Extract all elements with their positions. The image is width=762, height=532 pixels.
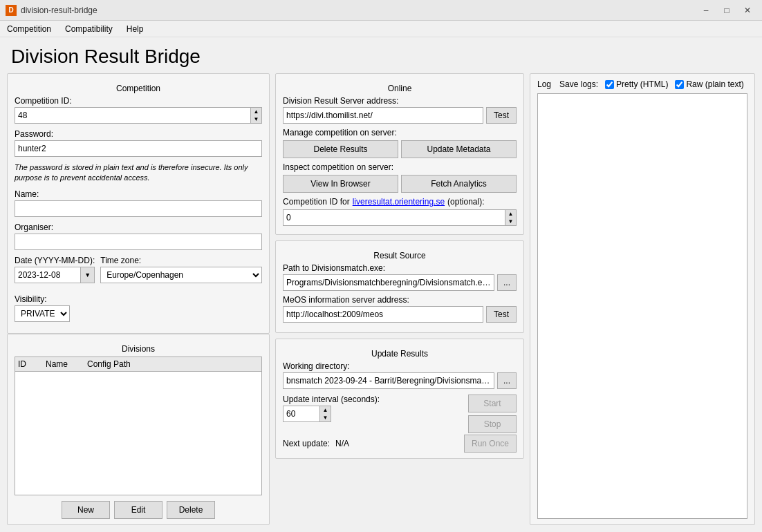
working-dir-row: ... — [283, 372, 517, 389]
organiser-input[interactable] — [15, 234, 262, 250]
interval-down[interactable]: ▼ — [320, 414, 331, 421]
maximize-button[interactable]: □ — [718, 3, 736, 17]
liveresultat-id-input[interactable] — [284, 210, 505, 225]
divisions-section-title: Divisions — [15, 340, 262, 357]
working-dir-browse-button[interactable]: ... — [497, 372, 517, 389]
password-warning: The password is stored in plain text and… — [15, 162, 262, 184]
divisionsmatch-label: Path to Divisionsmatch.exe: — [283, 263, 517, 273]
visibility-select[interactable]: PRIVATE PUBLIC — [15, 305, 70, 322]
pretty-html-label: Pretty (HTML) — [616, 79, 668, 89]
online-section-title: Online — [283, 79, 517, 96]
fetch-analytics-button[interactable]: Fetch Analytics — [401, 175, 517, 193]
password-input[interactable] — [15, 140, 262, 157]
inspect-buttons-row: View In Browser Fetch Analytics — [283, 175, 517, 193]
timezone-select[interactable]: Europe/Copenhagen Europe/London America/… — [100, 267, 262, 283]
app-title: Division Result Bridge — [0, 37, 762, 73]
liveresultat-label: Competition ID for — [283, 197, 350, 207]
view-in-browser-button[interactable]: View In Browser — [283, 175, 398, 193]
interval-group: Update interval (seconds): ▲ ▼ — [283, 395, 463, 422]
meos-address-input[interactable] — [283, 306, 483, 323]
save-logs-text: Save logs: — [559, 79, 598, 89]
title-bar: D division-result-bridge – □ ✕ — [0, 0, 762, 21]
server-address-label: Division Result Server address: — [283, 96, 517, 106]
middle-panel: Online Division Result Server address: T… — [275, 73, 524, 525]
result-source-title: Result Source — [283, 247, 517, 263]
interval-up[interactable]: ▲ — [320, 406, 331, 414]
interval-label: Update interval (seconds): — [283, 395, 463, 404]
meos-test-button[interactable]: Test — [486, 306, 517, 323]
raw-plain-checkbox[interactable] — [675, 80, 684, 89]
competition-id-input[interactable] — [15, 108, 250, 123]
liveresultat-row: Competition ID for liveresultat.orienter… — [283, 197, 517, 207]
timezone-group: Time zone: Europe/Copenhagen Europe/Lond… — [100, 256, 262, 283]
col-config: Config Path — [87, 359, 259, 369]
date-input[interactable] — [15, 267, 80, 283]
server-address-input[interactable] — [283, 107, 483, 124]
run-once-button[interactable]: Run Once — [464, 435, 517, 453]
next-update-value: N/A — [335, 439, 349, 448]
menu-help[interactable]: Help — [120, 23, 151, 35]
liveresultat-id-wrapper: ▲ ▼ — [283, 209, 517, 226]
interval-input[interactable] — [284, 406, 319, 421]
manage-label: Manage competition on server: — [283, 128, 517, 137]
pretty-html-option[interactable]: Pretty (HTML) — [605, 79, 668, 89]
meos-addr-row: Test — [283, 306, 517, 323]
liveresultat-link[interactable]: liveresultat.orientering.se — [353, 197, 445, 207]
liveresultat-id-up[interactable]: ▲ — [505, 210, 516, 218]
window-controls: – □ ✕ — [697, 3, 756, 17]
update-metadata-button[interactable]: Update Metadata — [401, 140, 517, 158]
competition-id-down[interactable]: ▼ — [251, 115, 261, 123]
window-title: division-result-bridge — [21, 6, 97, 15]
competition-id-input-wrapper: ▲ ▼ — [15, 107, 262, 124]
visibility-group: Visibility: PRIVATE PUBLIC — [15, 294, 262, 322]
log-header: Log Save logs: Pretty (HTML) Raw (plain … — [537, 79, 747, 89]
liveresultat-id-down[interactable]: ▼ — [505, 218, 516, 225]
competition-section: Competition Competition ID: ▲ ▼ Password… — [7, 73, 270, 334]
name-input[interactable] — [15, 200, 262, 217]
menu-compatibility[interactable]: Compatibility — [58, 23, 120, 35]
new-division-button[interactable]: New — [62, 501, 110, 519]
date-input-wrapper: ▼ — [15, 267, 95, 283]
name-group: Name: — [15, 189, 262, 217]
liveresultat-optional: (optional): — [447, 197, 484, 207]
divisions-table-header: ID Name Config Path — [15, 357, 261, 372]
log-textarea[interactable] — [537, 93, 747, 519]
password-group: Password: — [15, 129, 262, 157]
stop-button[interactable]: Stop — [468, 415, 517, 433]
competition-id-up[interactable]: ▲ — [251, 108, 261, 115]
working-dir-label: Working directory: — [283, 361, 517, 371]
date-timezone-row: Date (YYYY-MM-DD): ▼ Time zone: Europe/C… — [15, 256, 262, 289]
log-title: Log — [537, 79, 551, 89]
interval-spinners: ▲ ▼ — [319, 406, 331, 421]
divisionsmatch-path-row: ... — [283, 274, 517, 291]
date-dropdown-btn[interactable]: ▼ — [80, 267, 94, 283]
divisionsmatch-path-input[interactable] — [283, 274, 494, 291]
name-label: Name: — [15, 189, 262, 199]
liveresultat-spinners: ▲ ▼ — [505, 210, 516, 225]
menu-bar: Competition Compatibility Help — [0, 21, 762, 37]
col-id: ID — [18, 359, 46, 369]
divisionsmatch-browse-button[interactable]: ... — [497, 274, 517, 291]
interval-input-wrapper: ▲ ▼ — [283, 406, 331, 422]
update-results-title: Update Results — [283, 345, 517, 361]
working-dir-input[interactable] — [283, 372, 494, 389]
delete-division-button[interactable]: Delete — [167, 501, 215, 519]
update-results-section: Update Results Working directory: ... Up… — [275, 339, 524, 459]
raw-plain-option[interactable]: Raw (plain text) — [675, 79, 743, 89]
start-button[interactable]: Start — [468, 395, 517, 412]
delete-results-button[interactable]: Delete Results — [283, 140, 398, 158]
left-panel: Competition Competition ID: ▲ ▼ Password… — [7, 73, 270, 525]
log-options: Save logs: Pretty (HTML) Raw (plain text… — [559, 79, 744, 89]
edit-division-button[interactable]: Edit — [114, 501, 162, 519]
app-icon: D — [6, 5, 17, 16]
pretty-html-checkbox[interactable] — [605, 80, 614, 89]
close-button[interactable]: ✕ — [738, 3, 756, 17]
menu-competition[interactable]: Competition — [0, 23, 58, 35]
server-test-button[interactable]: Test — [486, 107, 517, 124]
date-label: Date (YYYY-MM-DD): — [15, 256, 95, 265]
competition-id-group: Competition ID: ▲ ▼ — [15, 96, 262, 124]
timezone-label: Time zone: — [100, 256, 262, 265]
date-group: Date (YYYY-MM-DD): ▼ — [15, 256, 95, 283]
minimize-button[interactable]: – — [697, 3, 715, 17]
result-source-section: Result Source Path to Divisionsmatch.exe… — [275, 240, 524, 333]
